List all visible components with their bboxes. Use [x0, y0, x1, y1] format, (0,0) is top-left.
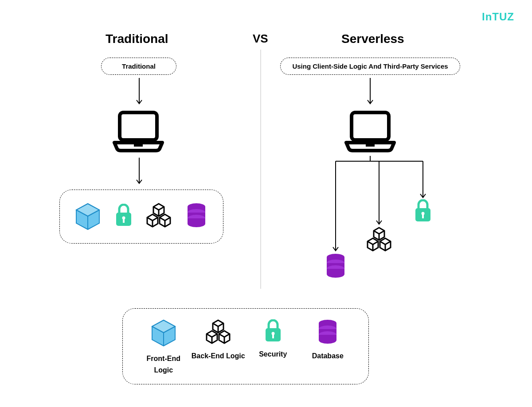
pill-traditional: Traditional — [101, 58, 176, 75]
pill-serverless: Using Client-Side Logic And Third-Party … — [280, 58, 460, 75]
legend-box: Front-End Logic Back-End Logic Security — [122, 308, 369, 384]
legend-item-security: Security — [246, 319, 301, 360]
legend-item-database: Database — [301, 319, 356, 362]
lock-icon — [264, 319, 282, 342]
heading-traditional: Traditional — [106, 32, 168, 46]
arrow-down-icon — [367, 78, 374, 106]
legend-item-backend: Back-End Logic — [191, 319, 246, 362]
modules-icon — [367, 227, 391, 252]
legend-label: Security — [259, 349, 287, 360]
legend-item-frontend: Front-End Logic — [136, 319, 191, 376]
laptop-icon — [344, 110, 397, 152]
modules-icon — [146, 203, 171, 228]
heading-serverless: Serverless — [341, 32, 404, 46]
svg-rect-4 — [134, 144, 143, 147]
svg-rect-13 — [123, 219, 125, 223]
svg-rect-6 — [366, 144, 375, 147]
database-icon — [317, 319, 338, 344]
svg-rect-3 — [120, 112, 157, 140]
svg-rect-30 — [422, 214, 424, 218]
legend-label: Front-End Logic — [136, 353, 191, 376]
database-icon — [325, 253, 346, 278]
brand-logo: InTUZ — [482, 11, 514, 23]
database-icon — [186, 203, 207, 228]
divider-line — [260, 50, 261, 289]
arrow-down-icon — [136, 78, 143, 106]
svg-rect-51 — [272, 334, 274, 338]
legend-label: Back-End Logic — [192, 350, 245, 362]
svg-rect-5 — [352, 112, 389, 140]
heading-vs: VS — [253, 32, 268, 46]
laptop-icon — [112, 110, 165, 152]
legend-label: Database — [312, 350, 344, 362]
cube-icon — [151, 319, 176, 347]
arrow-down-icon — [136, 158, 143, 186]
cube-icon — [75, 203, 100, 230]
modules-icon — [206, 319, 231, 344]
lock-icon — [414, 199, 432, 222]
lock-icon — [114, 204, 133, 227]
